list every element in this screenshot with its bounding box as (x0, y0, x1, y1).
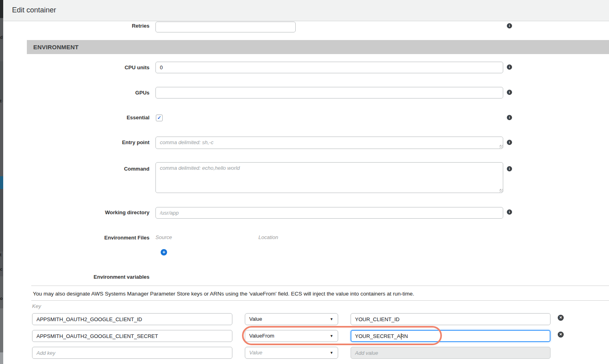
divider (31, 300, 609, 301)
entry-point-label: Entry point (3, 139, 149, 146)
env-var-key-input[interactable] (32, 313, 232, 325)
clipped-text-fragment: t (0, 99, 3, 103)
env-var-key-input[interactable] (32, 347, 232, 359)
command-label: Command (3, 166, 149, 172)
env-var-value-input[interactable] (351, 347, 551, 359)
working-directory-input[interactable] (155, 207, 503, 219)
info-glyph: i (509, 140, 510, 144)
command-textarea[interactable] (155, 162, 503, 193)
clipped-text-fragment: c (0, 267, 3, 271)
info-icon[interactable]: i (507, 166, 512, 171)
info-glyph: i (509, 65, 510, 69)
info-glyph: i (509, 90, 510, 94)
environment-variables-label: Environment variables (3, 274, 149, 280)
underlying-page-edge: d t t c o (0, 0, 3, 364)
divider (31, 286, 609, 286)
info-icon[interactable]: i (507, 115, 512, 120)
resize-handle[interactable] (500, 189, 503, 192)
working-directory-label: Working directory (3, 209, 149, 216)
env-var-value-input[interactable] (351, 330, 551, 342)
text-caret (401, 333, 401, 340)
page-title: Edit container (12, 6, 56, 14)
env-var-key-input[interactable] (32, 330, 232, 342)
info-icon[interactable]: i (507, 64, 512, 70)
key-column-header: Key (32, 303, 41, 309)
clipped-text-fragment: o (0, 296, 3, 301)
edit-container-panel: Edit container Retries i ENVIRONMENT CPU… (3, 0, 609, 364)
selected-option-label: ValueFrom (249, 333, 274, 339)
entry-point-textarea[interactable] (155, 137, 503, 149)
check-icon: ✓ (157, 115, 161, 121)
source-column-header: Source (155, 234, 172, 240)
delete-row-button[interactable]: ✕ (558, 315, 564, 321)
cpu-units-input[interactable] (155, 62, 503, 73)
add-environment-file-button[interactable]: + (161, 249, 167, 255)
environment-section-header: ENVIRONMENT (27, 40, 609, 54)
info-icon[interactable]: i (507, 140, 512, 145)
plus-icon: + (162, 249, 165, 255)
selected-option-label: Value (249, 316, 262, 322)
retries-label: Retries (3, 23, 149, 29)
essential-checkbox[interactable]: ✓ (156, 115, 163, 121)
info-icon[interactable]: i (507, 23, 512, 28)
env-var-type-select[interactable]: Value ▼ (245, 347, 338, 359)
cpu-units-label: CPU units (3, 64, 149, 71)
valuefrom-note: You may also designate AWS Systems Manag… (33, 291, 414, 297)
info-glyph: i (509, 115, 510, 119)
delete-row-button[interactable]: ✕ (558, 332, 564, 338)
selected-option-label: Value (249, 350, 262, 356)
close-icon: ✕ (559, 316, 563, 320)
env-var-type-select[interactable]: Value ▼ (245, 313, 338, 325)
gpus-input[interactable] (155, 87, 503, 99)
environment-files-label: Environment Files (3, 235, 149, 241)
info-icon[interactable]: i (507, 209, 512, 215)
clipped-text-fragment: d (0, 35, 3, 40)
caret-down-icon: ▼ (330, 314, 333, 325)
resize-handle[interactable] (500, 145, 503, 148)
panel-header: Edit container (3, 0, 609, 21)
location-column-header: Location (258, 234, 278, 240)
env-var-type-select[interactable]: ValueFrom ▼ (245, 330, 338, 342)
info-glyph: i (509, 167, 510, 171)
retries-input[interactable] (155, 22, 296, 32)
info-glyph: i (509, 210, 510, 214)
gpus-label: GPUs (3, 90, 149, 96)
clipped-text-fragment: t (0, 253, 3, 257)
caret-down-icon: ▼ (330, 347, 333, 358)
env-var-value-input[interactable] (351, 313, 551, 325)
info-icon[interactable]: i (507, 90, 512, 95)
caret-down-icon: ▼ (330, 330, 333, 342)
close-icon: ✕ (559, 332, 563, 336)
info-glyph: i (509, 24, 510, 28)
essential-label: Essential (3, 115, 149, 121)
